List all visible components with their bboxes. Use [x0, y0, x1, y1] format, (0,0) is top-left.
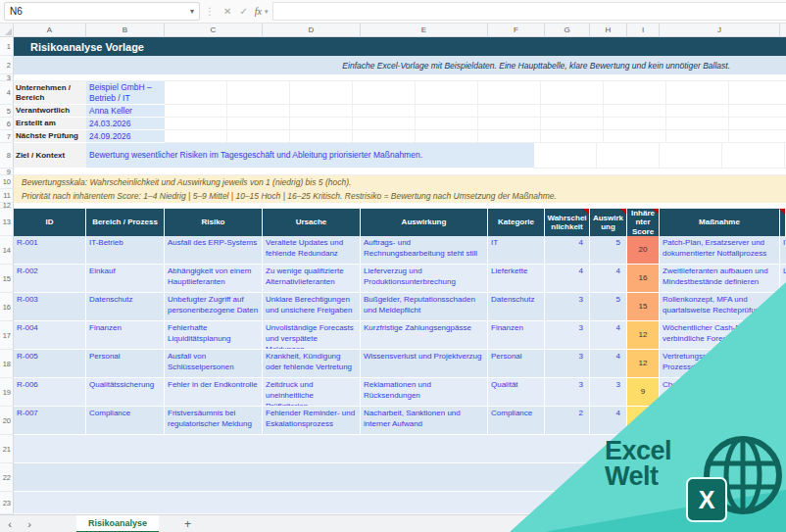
cell-ursache[interactable]: Veraltete Updates und fehlende Redundanz: [263, 236, 361, 265]
cell-auswirkung-wert[interactable]: 3: [590, 378, 627, 407]
cell-bereich[interactable]: Datenschutz: [86, 293, 165, 321]
row-number[interactable]: 6: [0, 118, 14, 130]
cell-clipped[interactable]: IT: [780, 236, 786, 265]
cell-ursache[interactable]: Krankheit, Kündigung oder fehlende Vertr…: [263, 350, 361, 378]
row-number[interactable]: 4: [0, 81, 14, 105]
info-label-owner[interactable]: Verantwortlich: [14, 105, 86, 118]
cell-massnahme[interactable]: Rollenkonzept, MFA und quartalsweise Rec…: [660, 293, 780, 321]
header-risiko[interactable]: Risiko: [165, 209, 263, 236]
cell-wahrscheinlichkeit[interactable]: 4: [545, 265, 590, 293]
info-value-owner[interactable]: Anna Keller: [86, 105, 165, 118]
cell-kategorie[interactable]: IT: [488, 236, 545, 265]
cell-clipped[interactable]: [780, 378, 786, 407]
subtitle-banner[interactable]: Einfache Excel-Vorlage mit Beispieldaten…: [14, 56, 786, 74]
cell-auswirkung-wert[interactable]: 4: [590, 265, 627, 293]
cell-bereich[interactable]: Einkauf: [86, 265, 165, 293]
cell-auswirkung-wert[interactable]: 5: [590, 236, 627, 265]
cell-id[interactable]: R-003: [14, 293, 86, 321]
empty-cells[interactable]: [534, 143, 786, 169]
empty-cells[interactable]: [165, 130, 786, 143]
empty-row[interactable]: [14, 492, 786, 514]
cell-bereich[interactable]: Compliance: [86, 407, 165, 435]
cell-ursache[interactable]: Unvollständige Forecasts und verspätete …: [263, 321, 361, 350]
cell-kategorie[interactable]: Datenschutz: [488, 293, 545, 321]
note-priority[interactable]: Priorität nach inhärentem Score: 1–4 Nie…: [14, 189, 786, 203]
row-number[interactable]: 18: [0, 350, 14, 378]
cell-bereich[interactable]: Personal: [86, 350, 165, 378]
header-id[interactable]: ID: [14, 209, 86, 236]
empty-row[interactable]: [14, 435, 786, 463]
row-number[interactable]: 3: [0, 74, 14, 81]
cell-risiko[interactable]: Ausfall von Schlüsselpersonen: [165, 350, 263, 378]
cell-score[interactable]: 12: [627, 350, 660, 378]
sheet-nav-right-icon[interactable]: ›: [20, 518, 39, 530]
cell-clipped[interactable]: [780, 407, 786, 435]
cell-id[interactable]: R-002: [14, 265, 86, 293]
cell-auswirkung-wert[interactable]: 4: [590, 407, 627, 435]
enter-icon[interactable]: ✓: [239, 6, 247, 17]
header-wahrscheinlichkeit[interactable]: Wahrscheinlichkeit: [545, 209, 590, 236]
row-number[interactable]: 9: [0, 169, 14, 175]
sheet-tab-risikoanalyse[interactable]: Risikoanalyse: [76, 515, 159, 532]
header-ursache[interactable]: Ursache: [263, 209, 361, 236]
cell-risiko[interactable]: Abhängigkeit von einem Hauptlieferanten: [165, 265, 263, 293]
header-bereich[interactable]: Bereich / Prozess: [86, 209, 165, 236]
cell-risiko[interactable]: Unbefugter Zugriff auf personenbezogene …: [165, 293, 263, 321]
empty-cells[interactable]: [165, 105, 786, 118]
cell-wahrscheinlichkeit[interactable]: 3: [545, 350, 590, 378]
cell-kategorie[interactable]: Personal: [488, 350, 545, 378]
sheet-nav-left-icon[interactable]: ‹: [0, 518, 20, 530]
page-title[interactable]: Risikoanalyse Vorlage: [14, 37, 786, 56]
empty-cells[interactable]: [165, 81, 786, 105]
cell-auswirkung-wert[interactable]: 4: [590, 321, 627, 350]
info-value-review[interactable]: 24.09.2026: [86, 130, 165, 143]
column-header-b[interactable]: B: [86, 24, 165, 36]
cell-massnahme[interactable]: Zweitlieferanten aufbauen und Mindestbes…: [660, 265, 780, 293]
cell-risiko[interactable]: Ausfall des ERP-Systems: [165, 236, 263, 265]
cell-score[interactable]: 15: [627, 293, 660, 321]
row-number[interactable]: 17: [0, 321, 14, 350]
cancel-icon[interactable]: ✕: [223, 6, 231, 17]
note-scale[interactable]: Bewertungsskala: Wahrscheinlichkeit und …: [14, 175, 786, 189]
cell-kategorie[interactable]: Compliance: [488, 407, 545, 435]
row-number[interactable]: 15: [0, 265, 14, 293]
cell-clipped[interactable]: D f: [780, 293, 786, 321]
cell-auswirkung[interactable]: Reklamationen und Rücksendungen: [361, 378, 488, 407]
cell-ursache[interactable]: Fehlender Reminder- und Eskalationsproze…: [263, 407, 361, 435]
info-label-created[interactable]: Erstellt am: [14, 118, 86, 130]
row-number[interactable]: 14: [0, 236, 14, 265]
cell-score[interactable]: 16: [627, 265, 660, 293]
header-auswirkung[interactable]: Auswirkung: [361, 209, 488, 236]
fx-dropdown-icon[interactable]: ▾: [265, 8, 269, 16]
cell-ursache[interactable]: Zeitdruck und uneinheitliche Prüfkriteri…: [263, 378, 361, 407]
header-clipped[interactable]: [780, 209, 786, 236]
cell-kategorie[interactable]: Lieferkette: [488, 265, 545, 293]
row-number[interactable]: 23: [0, 492, 14, 514]
row-number[interactable]: 1: [0, 37, 14, 56]
column-header-a[interactable]: A: [14, 24, 86, 36]
cell-clipped[interactable]: [780, 350, 786, 378]
header-auswirkung-wert[interactable]: Auswirkung: [590, 209, 627, 236]
info-value-company[interactable]: Beispiel GmbH – Betrieb / IT: [86, 81, 165, 105]
row-number[interactable]: 13: [0, 209, 14, 236]
row-number[interactable]: 16: [0, 293, 14, 321]
column-header-k[interactable]: [780, 24, 786, 36]
row-number[interactable]: 2: [0, 56, 14, 74]
empty-row[interactable]: [14, 74, 786, 81]
cell-score[interactable]: [627, 407, 660, 435]
empty-cells[interactable]: [165, 118, 786, 130]
cell-auswirkung-wert[interactable]: 4: [590, 350, 627, 378]
cell-bereich[interactable]: IT-Betrieb: [86, 236, 165, 265]
cell-score[interactable]: 20: [627, 236, 660, 265]
cell-wahrscheinlichkeit[interactable]: 3: [545, 378, 590, 407]
row-number[interactable]: 10: [0, 175, 14, 189]
cell-auswirkung[interactable]: Bußgelder, Reputationsschaden und Meldep…: [361, 293, 488, 321]
header-kategorie[interactable]: Kategorie: [488, 209, 545, 236]
info-value-created[interactable]: 24.03.2026: [86, 118, 165, 130]
column-header-g[interactable]: G: [545, 24, 590, 36]
cell-bereich[interactable]: Qualitätssicherung: [86, 378, 165, 407]
row-number[interactable]: 22: [0, 463, 14, 492]
cell-id[interactable]: R-004: [14, 321, 86, 350]
cell-score[interactable]: 12: [627, 321, 660, 350]
column-header-h[interactable]: H: [590, 24, 627, 36]
